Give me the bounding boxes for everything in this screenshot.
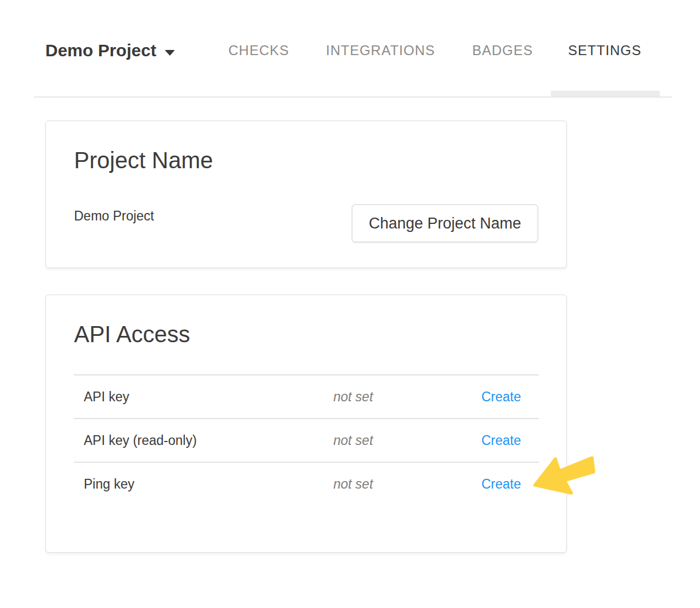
tab-badges[interactable]: BADGES <box>472 42 533 59</box>
project-switcher-dropdown[interactable]: Demo Project <box>45 40 175 61</box>
tab-integrations[interactable]: INTEGRATIONS <box>326 42 435 59</box>
table-row-ping-key: Ping key not set Create <box>74 463 539 505</box>
tab-checks[interactable]: CHECKS <box>228 42 289 59</box>
project-settings-page: Demo Project CHECKS INTEGRATIONS BADGES … <box>0 0 700 608</box>
nav-divider <box>34 96 672 98</box>
create-api-key-readonly-link[interactable]: Create <box>481 433 521 448</box>
project-name-card-title: Project Name <box>74 146 213 174</box>
project-name-card: Project Name Demo Project Change Project… <box>45 121 567 268</box>
chevron-down-icon <box>165 50 175 56</box>
row-value: not set <box>333 389 481 405</box>
table-row-api-key-readonly: API key (read-only) not set Create <box>74 419 539 463</box>
api-access-table: API key not set Create API key (read-onl… <box>74 374 539 505</box>
api-access-card-title: API Access <box>74 320 190 348</box>
change-project-name-button[interactable]: Change Project Name <box>352 204 538 242</box>
row-label: Ping key <box>74 477 333 492</box>
yellow-arrow-icon <box>532 456 596 495</box>
tab-settings[interactable]: SETTINGS <box>568 42 641 59</box>
table-row-api-key: API key not set Create <box>74 375 539 419</box>
row-label: API key (read-only) <box>74 433 333 448</box>
project-title: Demo Project <box>45 40 156 61</box>
row-value: not set <box>333 477 481 492</box>
row-label: API key <box>74 389 333 405</box>
create-ping-key-link[interactable]: Create <box>481 477 521 491</box>
project-name-value: Demo Project <box>74 207 154 224</box>
row-value: not set <box>333 433 481 448</box>
create-api-key-link[interactable]: Create <box>481 389 521 404</box>
api-access-card: API Access API key not set Create API ke… <box>45 295 567 553</box>
